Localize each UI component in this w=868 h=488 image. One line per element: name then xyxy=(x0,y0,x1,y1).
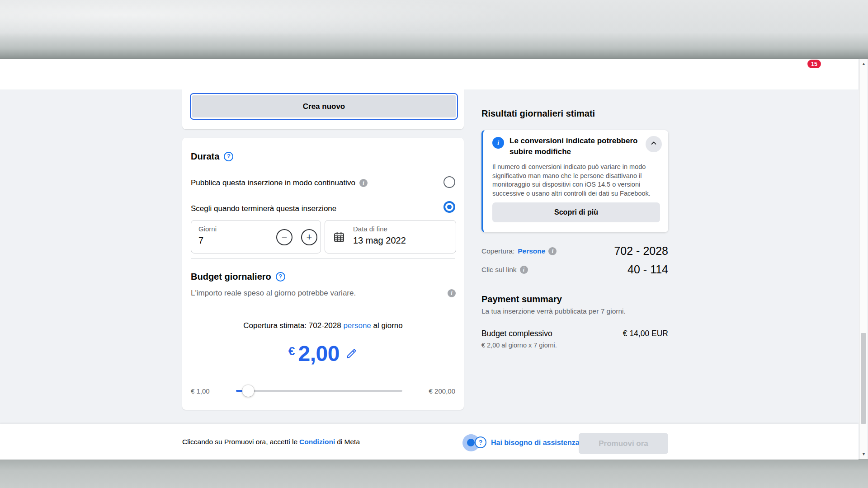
terms-prefix: Cliccando su Promuovi ora, accetti le xyxy=(182,438,297,446)
clicks-metric-label: Clic sul link xyxy=(481,265,517,274)
end-option-row: Scegli quando terminerà questa inserzion… xyxy=(191,204,336,214)
continuous-info-icon[interactable]: i xyxy=(359,179,368,187)
budget-help-icon[interactable]: ? xyxy=(276,272,285,282)
duration-budget-card: Durata ? Pubblica questa inserzione in m… xyxy=(182,138,464,410)
budget-slider-row: € 1,00 € 200,00 xyxy=(191,378,455,404)
section-divider xyxy=(191,258,455,259)
notification-badge: 15 xyxy=(807,60,821,68)
continuous-option-row: Pubblica questa inserzione in modo conti… xyxy=(191,178,368,188)
budget-amount-value[interactable]: 2,00 xyxy=(298,342,340,366)
budget-subtitle: L'importo reale speso al giorno potrebbe… xyxy=(191,288,356,298)
blurred-backdrop-top xyxy=(0,0,868,59)
total-budget-label: Budget complessivo xyxy=(481,328,552,339)
days-value[interactable]: 7 xyxy=(198,235,203,246)
notice-body: Il numero di conversioni indicato può va… xyxy=(492,163,661,198)
reach-prefix: Copertura stimata: 702-2028 xyxy=(243,321,341,330)
end-date-value[interactable]: 13 mag 2022 xyxy=(353,235,406,246)
reach-people-link[interactable]: persone xyxy=(343,321,371,330)
payment-summary-subtitle: La tua inserzione verrà pubblicata per 7… xyxy=(481,307,626,316)
days-label: Giorni xyxy=(198,225,217,233)
info-icon-blue: i xyxy=(492,137,504,149)
scroll-up-arrow[interactable]: ▲ xyxy=(860,60,868,68)
learn-more-button[interactable]: Scopri di più xyxy=(492,202,660,222)
days-field[interactable]: Giorni 7 − + xyxy=(191,220,321,253)
plus-icon: + xyxy=(307,231,312,243)
reach-metric-value: 702 - 2028 xyxy=(614,244,668,258)
slider-min-label: € 1,00 xyxy=(191,387,210,395)
budget-section-title: Budget giornaliero ? xyxy=(191,271,285,282)
promote-now-button-disabled[interactable]: Promuovi ora xyxy=(579,433,668,454)
slider-max-label: € 200,00 xyxy=(429,387,455,395)
dialog-footer: Cliccando su Promuovi ora, accetti le Co… xyxy=(0,423,859,460)
daily-budget-amount: € 2,00 xyxy=(182,342,464,366)
help-question-icon[interactable]: ? xyxy=(475,436,486,448)
reach-info-icon[interactable]: i xyxy=(548,247,557,255)
duration-title-text: Durata xyxy=(191,151,219,162)
minus-icon: − xyxy=(282,231,288,243)
payment-summary-title: Payment summary xyxy=(481,294,562,305)
blurred-backdrop-bottom xyxy=(0,459,868,488)
terms-conditions-link[interactable]: Condizioni xyxy=(299,438,335,446)
chevron-up-icon xyxy=(650,139,658,149)
clicks-metric-value: 40 - 114 xyxy=(627,263,668,276)
days-decrement-button[interactable]: − xyxy=(276,229,292,245)
duration-section-title: Durata ? xyxy=(191,151,233,162)
payment-divider xyxy=(481,364,668,364)
scroll-down-arrow[interactable]: ▼ xyxy=(860,450,868,458)
terms-text: Cliccando su Promuovi ora, accetti le Co… xyxy=(182,424,360,460)
assistance-pulse-dot xyxy=(467,439,475,446)
end-option-radio-selected[interactable] xyxy=(443,201,455,213)
edit-pencil-icon[interactable] xyxy=(345,347,358,362)
page-scrollbar[interactable]: ▲ ▼ xyxy=(859,59,867,459)
reach-metric-row: Copertura: Persone i xyxy=(481,247,557,256)
end-date-field[interactable]: Data di fine 13 mag 2022 xyxy=(325,220,456,253)
days-increment-button[interactable]: + xyxy=(301,229,317,245)
collapse-notice-button[interactable] xyxy=(646,136,662,152)
notice-title: Le conversioni indicate potrebbero subir… xyxy=(509,136,645,157)
promote-post-dialog: f 15 xyxy=(0,0,868,488)
create-new-button[interactable]: Crea nuovo xyxy=(190,93,458,120)
clicks-metric-row: Clic sul link i xyxy=(481,265,528,274)
continuous-option-radio[interactable] xyxy=(443,176,455,188)
content-area: Crea nuovo Durata ? Pubblica questa inse… xyxy=(0,89,859,423)
results-panel-title: Risultati giornalieri stimati xyxy=(481,108,595,119)
continuous-option-label: Pubblica questa inserzione in modo conti… xyxy=(191,178,355,188)
estimated-results-panel: Risultati giornalieri stimati i Le conve… xyxy=(481,89,668,423)
scrollbar-thumb[interactable] xyxy=(861,333,866,424)
terms-suffix: di Meta xyxy=(337,438,360,446)
end-option-label: Scegli quando terminerà questa inserzion… xyxy=(191,204,336,214)
audience-card: Crea nuovo xyxy=(182,89,464,129)
conversions-notice-card: i Le conversioni indicate potrebbero sub… xyxy=(481,130,668,232)
assistance-link[interactable]: Hai bisogno di assistenza? xyxy=(491,438,584,447)
clicks-info-icon[interactable]: i xyxy=(520,266,528,274)
top-bar: f xyxy=(0,59,859,89)
total-budget-note: € 2,00 al giorno x 7 giorni. xyxy=(481,341,557,350)
budget-slider-track[interactable] xyxy=(236,390,402,392)
end-date-label: Data di fine xyxy=(353,225,387,233)
reach-suffix: al giorno xyxy=(373,321,403,330)
budget-slider-thumb[interactable] xyxy=(242,385,254,397)
currency-symbol: € xyxy=(288,344,295,358)
calendar-icon xyxy=(332,230,346,246)
duration-help-icon[interactable]: ? xyxy=(224,152,233,161)
reach-metric-label: Copertura: xyxy=(481,247,514,256)
reach-people-metric-link[interactable]: Persone xyxy=(518,247,545,256)
total-budget-value: € 14,00 EUR xyxy=(623,328,668,339)
budget-title-text: Budget giornaliero xyxy=(191,271,271,282)
budget-info-icon[interactable]: i xyxy=(448,289,456,297)
estimated-reach-line: Copertura stimata: 702-2028 persone al g… xyxy=(182,321,464,331)
